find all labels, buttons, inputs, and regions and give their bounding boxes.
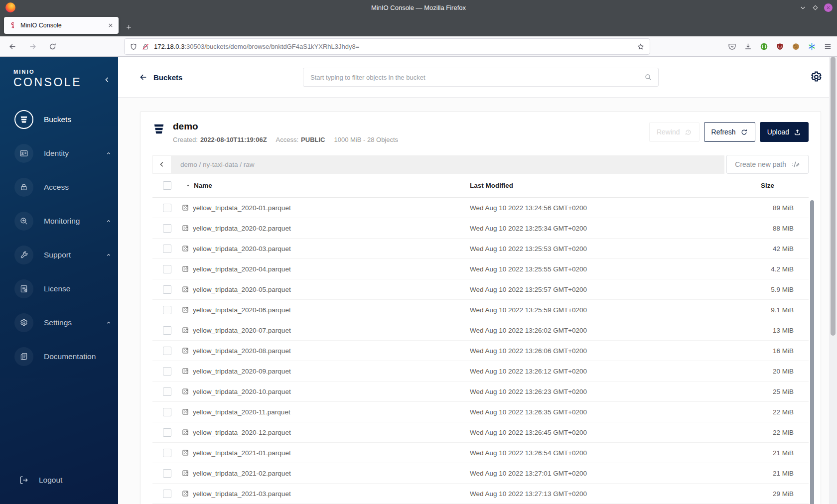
back-to-buckets-link[interactable]: Buckets (139, 57, 182, 98)
sidebar-item-identity[interactable]: Identity (0, 136, 118, 170)
bucket-actions: Rewind Refresh Upload (649, 121, 809, 143)
back-button[interactable] (8, 42, 17, 51)
row-checkbox[interactable] (163, 306, 171, 314)
ublock-icon[interactable] (776, 42, 784, 51)
path-back-button[interactable] (152, 155, 171, 174)
table-row[interactable]: yellow_tripdata_2020-07.parquet Wed Aug … (152, 320, 809, 341)
sort-asc-icon[interactable] (186, 183, 190, 188)
filter-objects-input[interactable] (303, 68, 659, 87)
row-checkbox[interactable] (163, 245, 171, 253)
downloads-icon[interactable] (744, 42, 752, 51)
forward-button[interactable] (28, 42, 37, 51)
new-tab-button[interactable] (125, 23, 133, 31)
reload-button[interactable] (48, 42, 57, 51)
window-close-button[interactable] (824, 3, 833, 12)
monitoring-icon (14, 212, 33, 231)
table-row[interactable]: yellow_tripdata_2020-04.parquet Wed Aug … (152, 259, 809, 279)
settings-icon (14, 313, 33, 332)
sidebar-item-documentation[interactable]: Documentation (0, 340, 118, 374)
page-scrollbar-thumb[interactable] (831, 57, 836, 336)
row-checkbox[interactable] (163, 408, 171, 416)
table-row[interactable]: yellow_tripdata_2020-10.parquet Wed Aug … (152, 381, 809, 402)
object-size: 21 MiB (761, 470, 794, 477)
row-checkbox[interactable] (163, 449, 171, 457)
column-size[interactable]: Size (761, 182, 794, 189)
logout-label: Logout (39, 476, 62, 485)
console-settings-gear-icon[interactable] (810, 70, 823, 84)
sidebar-item-logout[interactable]: Logout (0, 463, 118, 497)
row-checkbox[interactable] (163, 265, 171, 273)
row-checkbox[interactable] (163, 326, 171, 335)
insecure-lock-icon[interactable] (141, 43, 149, 51)
table-row[interactable]: yellow_tripdata_2021-01.parquet Wed Aug … (152, 443, 809, 463)
object-name: yellow_tripdata_2020-01.parquet (193, 204, 291, 212)
table-row[interactable]: yellow_tripdata_2020-09.parquet Wed Aug … (152, 361, 809, 381)
sidebar-item-buckets[interactable]: Buckets (0, 103, 118, 136)
table-row[interactable]: yellow_tripdata_2020-03.parquet Wed Aug … (152, 239, 809, 259)
chevron-up-icon (106, 320, 112, 326)
filter-search (303, 68, 659, 87)
upload-icon (794, 128, 801, 136)
object-size: 16 MiB (761, 347, 794, 355)
rewind-button[interactable]: Rewind (649, 122, 699, 142)
window-maximize-icon[interactable] (812, 4, 819, 11)
url-bar[interactable]: 172.18.0.3:30503/buckets/demo/browse/bnk… (125, 39, 650, 54)
page-scrollbar[interactable] (829, 57, 837, 504)
bookmark-star-icon[interactable] (637, 43, 645, 51)
table-scrollbar[interactable] (810, 200, 814, 504)
sidebar-item-monitoring[interactable]: Monitoring (0, 204, 118, 238)
select-all-checkbox[interactable] (163, 181, 171, 190)
table-row[interactable]: yellow_tripdata_2020-05.parquet Wed Aug … (152, 279, 809, 300)
sidebar-item-access[interactable]: Access (0, 170, 118, 204)
object-file-icon (181, 367, 189, 375)
table-row[interactable]: yellow_tripdata_2020-02.parquet Wed Aug … (152, 218, 809, 239)
menu-hamburger-icon[interactable] (824, 42, 832, 51)
object-file-icon (181, 469, 189, 477)
sidebar-collapse-button[interactable] (103, 76, 111, 84)
browser-toolbar: 172.18.0.3:30503/buckets/demo/browse/bnk… (0, 36, 837, 57)
row-checkbox[interactable] (163, 387, 171, 396)
object-file-icon (181, 306, 189, 314)
identity-icon (14, 144, 33, 163)
window-title: MinIO Console — Mozilla Firefox (371, 4, 466, 11)
row-checkbox[interactable] (163, 428, 171, 437)
bucket-card: demo Created:2022-08-10T11:19:06Z Access… (140, 111, 821, 504)
object-file-icon (181, 347, 189, 355)
pocket-icon[interactable] (728, 42, 736, 51)
tab-minio-console[interactable]: MinIO Console (4, 17, 119, 34)
row-checkbox[interactable] (163, 469, 171, 478)
row-checkbox[interactable] (163, 285, 171, 294)
chevron-up-icon (106, 218, 112, 224)
window-minimize-icon[interactable] (799, 4, 807, 11)
object-last-modified: Wed Aug 10 2022 13:26:45 GMT+0200 (470, 429, 761, 436)
table-row[interactable]: yellow_tripdata_2021-02.parquet Wed Aug … (152, 463, 809, 484)
privacy-badger-icon[interactable] (760, 42, 768, 51)
table-row[interactable]: yellow_tripdata_2020-06.parquet Wed Aug … (152, 300, 809, 320)
upload-button[interactable]: Upload (760, 122, 809, 142)
column-last-modified[interactable]: Last Modified (470, 182, 761, 189)
table-row[interactable]: yellow_tripdata_2020-08.parquet Wed Aug … (152, 341, 809, 361)
object-last-modified: Wed Aug 10 2022 13:26:12 GMT+0200 (470, 368, 761, 375)
row-checkbox[interactable] (163, 204, 171, 212)
row-checkbox[interactable] (163, 490, 171, 498)
table-row[interactable]: yellow_tripdata_2020-11.parquet Wed Aug … (152, 402, 809, 422)
cookie-extension-icon[interactable] (792, 42, 800, 51)
sidebar-item-support[interactable]: Support (0, 238, 118, 272)
tracking-shield-icon[interactable] (130, 43, 138, 51)
refresh-button[interactable]: Refresh (704, 122, 755, 142)
object-list: yellow_tripdata_2020-01.parquet Wed Aug … (152, 198, 809, 504)
create-new-path-button[interactable]: Create new path (726, 155, 809, 174)
bucket-header: demo Created:2022-08-10T11:19:06Z Access… (152, 112, 809, 143)
extension-asterisk-icon[interactable] (808, 42, 816, 51)
tab-close-icon[interactable] (107, 22, 114, 29)
table-row[interactable]: yellow_tripdata_2021-03.parquet Wed Aug … (152, 484, 809, 504)
column-name[interactable]: Name (194, 182, 212, 189)
row-checkbox[interactable] (163, 367, 171, 376)
sidebar-item-license[interactable]: License (0, 272, 118, 306)
row-checkbox[interactable] (163, 347, 171, 355)
row-checkbox[interactable] (163, 224, 171, 233)
sidebar-item-settings[interactable]: Settings (0, 306, 118, 340)
sidebar: MINIO CONSOLE Buckets Identity Access Mo… (0, 57, 118, 504)
table-row[interactable]: yellow_tripdata_2020-01.parquet Wed Aug … (152, 198, 809, 218)
table-row[interactable]: yellow_tripdata_2020-12.parquet Wed Aug … (152, 422, 809, 443)
